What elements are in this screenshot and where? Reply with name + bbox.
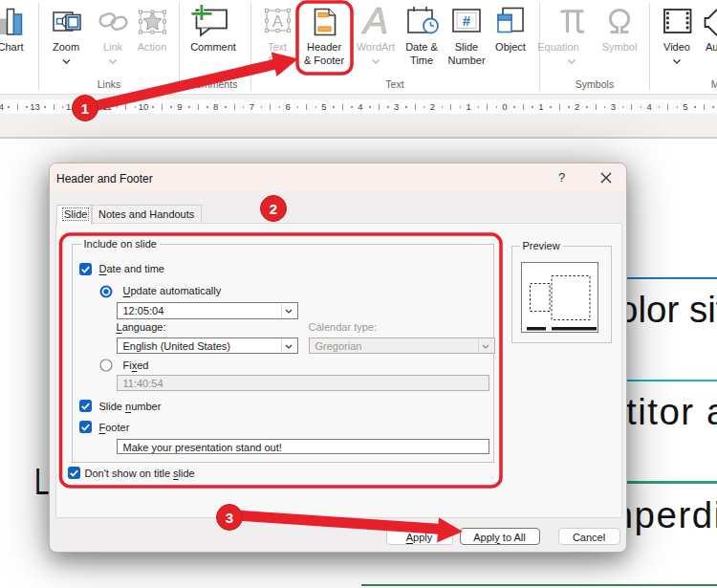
svg-text:#: # bbox=[463, 12, 471, 29]
svg-text:A: A bbox=[272, 12, 284, 31]
svg-text:A: A bbox=[361, 0, 388, 41]
